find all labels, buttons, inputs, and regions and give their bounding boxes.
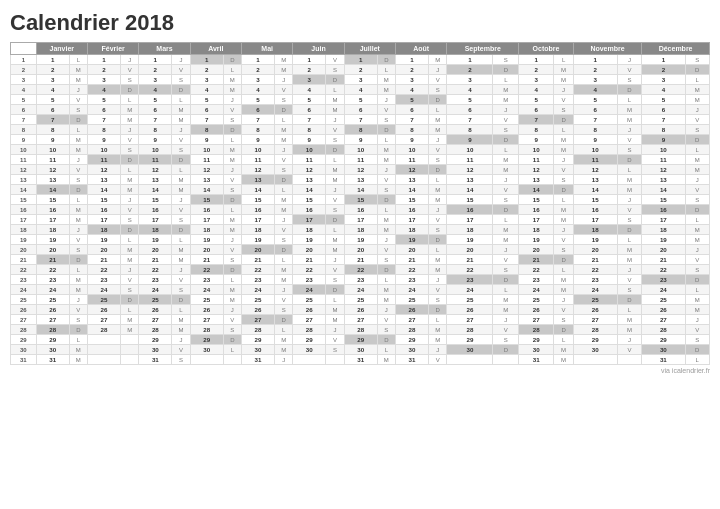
calendar: JanvierFévrierMarsAvrilMaiJuinJuilletAoû… [10, 42, 710, 365]
table-row: 55V5L5L5J5S5M5J5D5M5V5L5M [11, 95, 710, 105]
table-row: 11L1J1J1D1M1V1D1M1S1L1J1S [11, 55, 710, 65]
table-row: 2525J25D25D25M25V25L25M25S25M25J25D25M [11, 295, 710, 305]
table-row: 1414D14M14M14S14L14J14S14M14V14D14M14V [11, 185, 710, 195]
table-row: 44J4D4D4M4V4L4M4S4M4J4D4M [11, 85, 710, 95]
table-row: 1818J18D18D18M18V18L18M18S18M18J18D18M [11, 225, 710, 235]
table-row: 3030M30V30L30M30S30L30J30D30M30V30D [11, 345, 710, 355]
table-row: 1010M10S10S10M10J10D10M10V10L10M10S10L [11, 145, 710, 155]
footer-credit: via icalendrier.fr [10, 367, 710, 374]
table-row: 2323M23V23V23L23M23S23L23J23D23M23V23D [11, 275, 710, 285]
table-row: 2929L29J29D29M29V29D29M29S29L29J29S [11, 335, 710, 345]
month-header-juillet: Juillet [344, 43, 395, 55]
month-header-février: Février [88, 43, 139, 55]
calendar-body: 11L1J1J1D1M1V1D1M1S1L1J1S22M2V2V2L2M2S2L… [11, 55, 710, 365]
page-title: Calendrier 2018 [10, 10, 710, 36]
table-row: 2727S27M27M27V27D27M27V27L27J27S27M27J [11, 315, 710, 325]
table-row: 1313S13M13M13V13D13M13V13L13J13S13M13J [11, 175, 710, 185]
table-row: 77D7M7M7S7L7J7S7M7V7D7M7V [11, 115, 710, 125]
table-row: 66S6M6M6V6D6M6V6L6J6S6M6J [11, 105, 710, 115]
month-header-mars: Mars [139, 43, 190, 55]
table-row: 2626V26L26L26J26S26M26J26D26M26V26L26M [11, 305, 710, 315]
table-row: 99M9V9V9L9M9S9L9J9D9M9V9D [11, 135, 710, 145]
month-header-juin: Juin [293, 43, 344, 55]
table-row: 1616M16V16V16L16M16S16L16J16D16M16V16D [11, 205, 710, 215]
month-header-décembre: Décembre [642, 43, 710, 55]
month-header-août: Août [395, 43, 446, 55]
month-header-janvier: Janvier [36, 43, 87, 55]
table-row: 2828D28M28M28S28L28J28S28M28V28D28M28V [11, 325, 710, 335]
table-row: 1717M17S17S17M17J17D17M17V17L17M17S17L [11, 215, 710, 225]
table-row: 88L8J8J8D8M8V8D8M8S8L8J8S [11, 125, 710, 135]
table-row: 2020S20M20M20V20D20M20V20L20J20S20M20J [11, 245, 710, 255]
calendar-table: JanvierFévrierMarsAvrilMaiJuinJuilletAoû… [10, 42, 710, 365]
table-row: 1515L15J15J15D15M15V15D15M15S15L15J15S [11, 195, 710, 205]
table-row: 2121D21M21M21S21L21J21S21M21V21D21M21V [11, 255, 710, 265]
month-header-row: JanvierFévrierMarsAvrilMaiJuinJuilletAoû… [11, 43, 710, 55]
table-row: 1919V19L19L19J19S19M19J19D19M19V19L19M [11, 235, 710, 245]
month-header-mai: Mai [241, 43, 292, 55]
month-header-septembre: Septembre [447, 43, 519, 55]
table-row: 22M2V2V2L2M2S2L2J2D2M2V2D [11, 65, 710, 75]
month-header-novembre: Novembre [573, 43, 641, 55]
month-header-octobre: Octobre [519, 43, 574, 55]
table-row: 33M3S3S3M3J3D3M3V3L3M3S3L [11, 75, 710, 85]
table-row: 1111J11D11D11M11V11L11M11S11M11J11D11M [11, 155, 710, 165]
table-row: 2424M24S24S24M24J24D24M24V24L24M24S24L [11, 285, 710, 295]
table-row: 3131M31S31J31M31V31M31L [11, 355, 710, 365]
table-row: 1212V12L12L12J12S12M12J12D12M12V12L12M [11, 165, 710, 175]
table-row: 2222L22J22J22D22M22V22D22M22S22L22J22S [11, 265, 710, 275]
month-header-avril: Avril [190, 43, 241, 55]
